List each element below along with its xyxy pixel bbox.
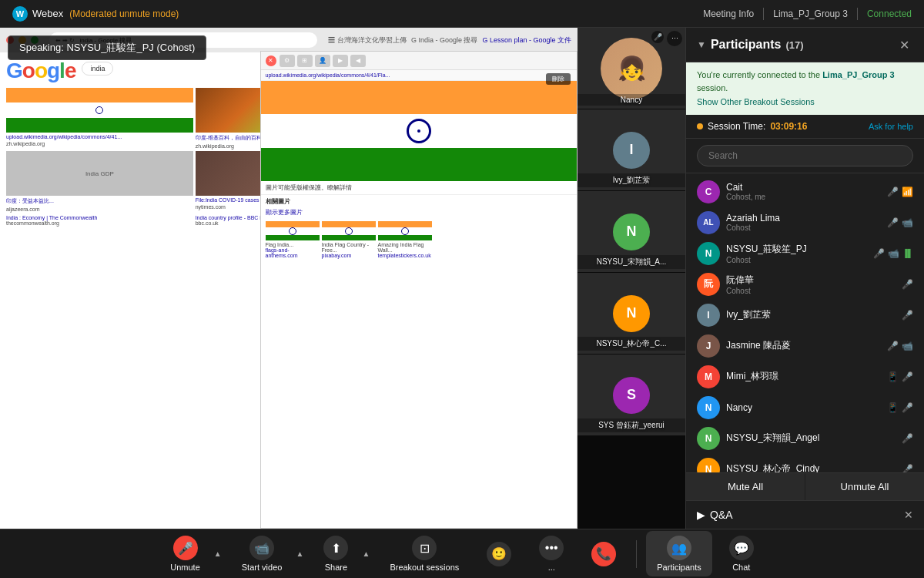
connection-info: You're currently connected to the Lima_P… <box>686 62 924 115</box>
breakout-btn[interactable]: ⊡ Breakout sessions <box>379 531 470 576</box>
mic-icon-mimi: 🎤 <box>902 371 913 382</box>
avatar-ruan: 阮 <box>697 273 720 296</box>
video-label: Start video <box>242 563 283 572</box>
video-thumb-nancy: 👧 Nancy ⋯ 🎤 <box>578 28 685 109</box>
icons-nancy: 📱 🎤 <box>887 402 913 413</box>
overlay-description: 圖片可能受版權保護。瞭解詳情 <box>261 181 578 195</box>
avatar-nancy: N <box>697 396 720 419</box>
overlay-delete-bar[interactable]: 刪除 <box>546 73 571 85</box>
video-icon-azariah: 📹 <box>902 217 913 228</box>
participant-item-ruan[interactable]: 阮 阮偉華 Cohost 🎤 <box>686 269 924 300</box>
overlay-thumb-2: India Flag Country - Free... pixabay.com <box>322 221 376 258</box>
participant-item-cait[interactable]: C Cait Cohost, me 🎤 📶 <box>686 176 924 207</box>
panel-chevron: ▼ <box>697 39 706 50</box>
qa-close-btn[interactable]: ✕ <box>904 509 913 521</box>
role-ruan: Cohost <box>726 287 896 295</box>
phone-icon-mimi: 📱 <box>887 371 899 382</box>
participant-item-azariah[interactable]: AL Azariah Lima Cohost 🎤 📹 <box>686 207 924 238</box>
participant-item-angel[interactable]: N NSYSU_宋翔韻_Angel 🎤 <box>686 423 924 454</box>
participants-title: Participants <box>711 38 782 52</box>
image-result-1: upload.wikimedia.org/wikipedia/commons/4… <box>6 88 193 149</box>
avatar-angel: N <box>697 427 720 450</box>
participants-toolbar-btn[interactable]: 👥 Participants <box>646 531 711 576</box>
nancy-mute-icon: 🎤 <box>651 31 664 43</box>
video-icon-nancy: 🎤 <box>902 402 913 413</box>
qa-section[interactable]: ▶ Q&A ✕ <box>686 500 924 529</box>
mic-icon-angel: 🎤 <box>902 433 913 444</box>
unmute-icon: 🎤 <box>173 536 198 560</box>
room-label: Lima_PJ_Group 3 <box>773 8 848 19</box>
unmute-caret[interactable]: ▲ <box>211 543 225 565</box>
participant-item-mimi[interactable]: M Mimi_林羽璟 📱 🎤 <box>686 361 924 392</box>
emoji-btn[interactable]: 🙂 <box>476 537 522 571</box>
mic-icon-cait: 🎤 <box>887 187 899 197</box>
mic-icon-cindy: 🎤 <box>902 464 913 473</box>
google-search-area: Google india <box>0 52 578 529</box>
meeting-info-label[interactable]: Meeting Info <box>703 8 754 19</box>
search-box <box>686 139 924 173</box>
panel-close-btn[interactable]: ✕ <box>895 35 913 54</box>
unmute-all-btn[interactable]: Unmute All <box>805 473 924 500</box>
participant-item-jasmine[interactable]: J Jasmine 陳品葼 🎤 📹 <box>686 331 924 361</box>
overlay-thumb-1: Flag India... flags-and-anthems.com <box>266 221 320 258</box>
name-azariah: Azariah Lima <box>726 213 881 223</box>
participant-item-cindy[interactable]: N NSYSU_林心帝_Cindy 🎤 <box>686 454 924 473</box>
icons-jasmine: 🎤 📹 <box>887 341 913 351</box>
overlay-user[interactable]: 👤 <box>315 55 330 67</box>
avatar-nsysu-pj: N <box>697 242 720 265</box>
search-input[interactable] <box>697 145 913 166</box>
participant-item-nsysu-pj[interactable]: N NSYSU_莊駿笙_PJ Cohost 🎤 📹 ▐▌ <box>686 238 924 269</box>
sys-avatar: S <box>613 377 650 414</box>
video-thumb-ivy: I Ivy_劉芷萦 <box>578 109 685 190</box>
icons-cindy: 🎤 <box>902 464 913 473</box>
top-bar-right: Meeting Info Lima_PJ_Group 3 Connected <box>703 8 912 20</box>
overlay-forward[interactable]: ▶ <box>333 55 348 67</box>
avatar-azariah: AL <box>697 211 720 234</box>
overlay-close-btn[interactable]: ✕ <box>266 55 276 66</box>
divider <box>763 8 764 20</box>
session-timer: Session Time: 03:09:16 Ask for help <box>686 115 924 139</box>
breakout-label: Breakout sessions <box>390 563 459 572</box>
name-angel: NSYSU_宋翔韻_Angel <box>726 432 896 445</box>
video-area: Speaking: NSYSU_莊駿笙_PJ (Cohost) ⬅ ➡ ↻ in… <box>0 28 685 529</box>
info-cait: Cait Cohost, me <box>726 182 881 201</box>
video-label-nancy: Nancy <box>578 94 685 106</box>
more-icon: ••• <box>539 536 564 560</box>
mute-all-btn[interactable]: Mute All <box>686 473 805 500</box>
session-suffix: session. <box>697 83 728 92</box>
google-search-bar[interactable]: india <box>82 62 113 76</box>
mic-icon-azariah: 🎤 <box>887 217 899 228</box>
overlay-gear[interactable]: ⚙ <box>280 55 295 67</box>
video-label-nsysu-song: NSYSU_宋翔韻_A... <box>578 255 685 269</box>
participants-label: Participants <box>657 563 701 572</box>
chat-toolbar-btn[interactable]: 💬 Chat <box>718 531 765 576</box>
overlay-back[interactable]: ◀ <box>350 55 366 67</box>
name-ivy: Ivy_劉芷萦 <box>726 308 896 321</box>
ask-help-btn[interactable]: Ask for help <box>869 122 913 131</box>
share-caret[interactable]: ▲ <box>359 543 373 565</box>
participant-item-nancy[interactable]: N Nancy 📱 🎤 <box>686 392 924 423</box>
img-4: India GDP <box>6 151 193 196</box>
panel-title: ▼ Participants (17) <box>697 38 804 52</box>
info-nsysu-pj: NSYSU_莊駿笙_PJ Cohost <box>726 243 867 264</box>
nsysu-song-avatar: N <box>613 213 650 250</box>
overlay-related-label: 相關圖片 <box>261 195 578 208</box>
show-breakout-link[interactable]: Show Other Breakout Sessions <box>697 96 913 109</box>
video-thumb-nsysu-song: N NSYSU_宋翔韻_A... <box>578 191 685 272</box>
nancy-more-btn[interactable]: ⋯ <box>667 31 682 46</box>
participants-list[interactable]: C Cait Cohost, me 🎤 📶 AL Azariah Lima Co… <box>686 173 924 473</box>
name-cindy: NSYSU_林心帝_Cindy <box>726 462 896 472</box>
participant-item-ivy[interactable]: I Ivy_劉芷萦 🎤 <box>686 300 924 331</box>
status-badge: Connected <box>867 8 912 19</box>
mic-icon-jasmine: 🎤 <box>887 341 899 351</box>
share-btn[interactable]: ⬆ Share <box>313 531 359 576</box>
video-caret[interactable]: ▲ <box>293 543 306 565</box>
leave-btn[interactable]: 📞 <box>581 537 627 571</box>
info-ruan: 阮偉華 Cohost <box>726 274 896 295</box>
webex-logo: W Webex <box>12 6 63 22</box>
show-more-btn[interactable]: 顯示更多圖片 <box>261 208 578 219</box>
more-btn[interactable]: ••• ... <box>528 531 574 576</box>
overlay-grid[interactable]: ⊞ <box>297 55 313 67</box>
unmute-btn[interactable]: 🎤 Unmute <box>159 531 211 576</box>
start-video-btn[interactable]: 📹 Start video <box>231 531 293 576</box>
